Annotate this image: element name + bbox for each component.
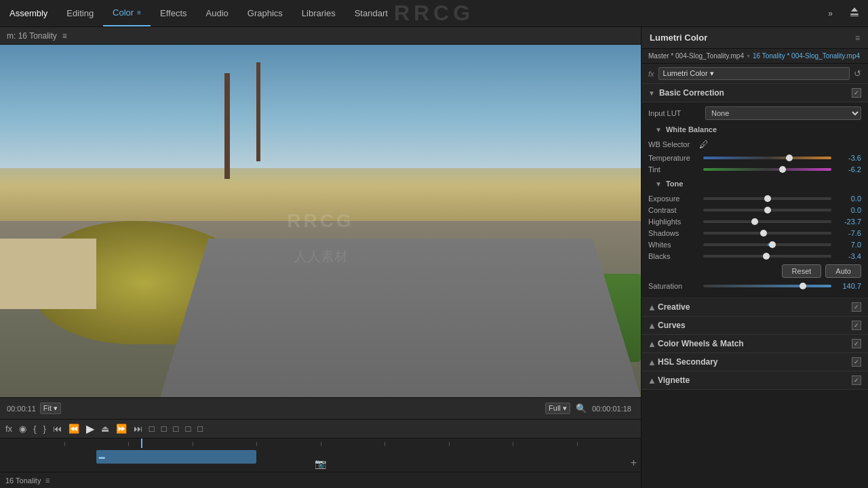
highlights-value: -23.7 — [835, 218, 861, 226]
nav-editing[interactable]: Editing — [57, 0, 103, 26]
basic-correction-title: Basic Correction — [659, 88, 852, 98]
curves-checkbox[interactable]: ✓ — [852, 321, 861, 330]
breadcrumb: m: 16 Tonality ≡ — [0, 27, 641, 45]
ruler-tick — [256, 442, 257, 446]
whites-slider[interactable] — [703, 243, 831, 246]
creative-checkbox[interactable]: ✓ — [852, 302, 861, 312]
exposure-slider[interactable] — [703, 197, 831, 200]
magnify-icon[interactable]: 🔍 — [574, 403, 588, 413]
track-menu-icon[interactable]: ≡ — [45, 476, 50, 485]
insert-icon[interactable]: □ — [149, 424, 155, 434]
ruler-tick — [64, 442, 65, 446]
blacks-thumb[interactable] — [763, 253, 770, 260]
reset-button[interactable]: Reset — [782, 264, 822, 278]
slip-icon[interactable]: □ — [197, 424, 203, 434]
next-frame-icon[interactable]: ⏩ — [116, 424, 127, 434]
hsl-section-header[interactable]: ▶ HSL Secondary ✓ — [642, 353, 868, 371]
overwrite-icon[interactable]: □ — [161, 424, 167, 434]
lumetri-menu-icon[interactable]: ≡ — [855, 33, 860, 43]
auto-button[interactable]: Auto — [825, 264, 861, 278]
add-track-button[interactable]: + — [631, 457, 637, 469]
creative-section-header[interactable]: ▶ Creative ✓ — [642, 298, 868, 317]
shadows-slider[interactable] — [703, 232, 831, 235]
hsl-arrow: ▶ — [648, 359, 655, 365]
nav-effects[interactable]: Effects — [151, 0, 197, 26]
saturation-value: 140.7 — [835, 282, 861, 290]
nav-assembly[interactable]: Assembly — [0, 0, 57, 26]
tint-label: Tint — [648, 165, 699, 174]
basic-correction-checkbox[interactable]: ✓ — [852, 88, 861, 98]
ripple-icon[interactable]: □ — [185, 424, 191, 434]
tint-slider[interactable] — [703, 168, 831, 171]
effect-select[interactable]: Lumetri Color ▾ — [658, 67, 850, 80]
nav-libraries[interactable]: Libraries — [292, 0, 345, 26]
play-icon[interactable]: ▶ — [86, 422, 94, 435]
lumetri-title: Lumetri Color — [650, 33, 851, 43]
exposure-thumb[interactable] — [764, 195, 771, 202]
main-area: m: 16 Tonality ≡ RRCG 人人素材 00:00:11 Fit — [0, 27, 868, 488]
color-wheels-title: Color Wheels & Match — [658, 339, 852, 348]
svg-rect-0 — [850, 14, 859, 15]
marker-icon[interactable]: ◉ — [19, 424, 26, 434]
in-point-icon[interactable]: { — [33, 424, 36, 434]
saturation-slider[interactable] — [703, 285, 831, 287]
export-button[interactable] — [841, 7, 868, 20]
temperature-slider[interactable] — [703, 157, 831, 159]
timeline-clip[interactable]: ▬ — [96, 450, 256, 464]
highlights-thumb[interactable] — [751, 218, 758, 225]
contrast-slider[interactable] — [703, 209, 831, 211]
saturation-thumb[interactable] — [800, 283, 806, 289]
input-lut-select[interactable]: None — [705, 106, 861, 120]
breadcrumb-menu-icon[interactable]: ≡ — [62, 31, 67, 41]
nav-audio[interactable]: Audio — [197, 0, 238, 26]
camera-icon[interactable]: 📷 — [315, 458, 326, 469]
basic-correction-header[interactable]: ▼ Basic Correction ✓ — [642, 84, 868, 102]
white-balance-header[interactable]: ▼ White Balance — [648, 123, 861, 136]
lift-icon[interactable]: ⏏ — [101, 424, 109, 434]
quality-select[interactable]: Full ▾ — [545, 403, 570, 414]
vignette-title: Vignette — [658, 375, 852, 385]
color-wheels-checkbox[interactable]: ✓ — [852, 339, 861, 348]
palm-tree-2 — [256, 62, 260, 161]
curves-section-header[interactable]: ▶ Curves ✓ — [642, 317, 868, 335]
hsl-checkbox[interactable]: ✓ — [852, 357, 861, 367]
shadows-thumb[interactable] — [760, 230, 767, 237]
nav-color[interactable]: Color ≡ — [103, 0, 151, 26]
contrast-thumb[interactable] — [764, 207, 771, 214]
go-end-icon[interactable]: ⏭ — [134, 424, 142, 434]
fit-select[interactable]: Fit ▾ — [40, 403, 61, 414]
blacks-slider[interactable] — [703, 255, 831, 258]
whites-thumb[interactable] — [769, 241, 776, 248]
vignette-checkbox[interactable]: ✓ — [852, 375, 861, 385]
color-wheels-section-header[interactable]: ▶ Color Wheels & Match ✓ — [642, 335, 868, 353]
nav-standart[interactable]: Standart — [345, 0, 397, 26]
temperature-thumb[interactable] — [786, 155, 793, 161]
prev-frame-icon[interactable]: ⏪ — [68, 424, 79, 434]
tint-thumb[interactable] — [779, 166, 786, 173]
exposure-label: Exposure — [648, 195, 699, 203]
highlights-slider[interactable] — [703, 220, 831, 223]
temperature-label: Temperature — [648, 154, 699, 162]
blacks-label: Blacks — [648, 252, 699, 260]
ruler-tick — [321, 442, 321, 446]
white-balance-title: White Balance — [666, 125, 717, 134]
eyedropper-icon[interactable]: 🖊 — [699, 139, 709, 150]
nav-more-button[interactable]: » — [820, 9, 841, 18]
fx-row: fx Lumetri Color ▾ ↺ — [642, 64, 868, 84]
vignette-section-header[interactable]: ▶ Vignette ✓ — [642, 371, 868, 390]
playhead[interactable] — [141, 439, 142, 448]
fx-icon[interactable]: fx — [5, 424, 12, 434]
nav-graphics[interactable]: Graphics — [238, 0, 292, 26]
go-start-icon[interactable]: ⏮ — [53, 424, 62, 434]
fx-reset-icon[interactable]: ↺ — [854, 68, 861, 79]
input-lut-row: Input LUT None — [648, 106, 861, 120]
timeline-clip-area[interactable]: ▬ 📷 + — [0, 448, 641, 472]
out-point-icon[interactable]: } — [43, 424, 45, 434]
preview-bg — [0, 45, 641, 397]
replace-icon[interactable]: □ — [174, 424, 179, 434]
active-file-name[interactable]: 16 Tonality * 004-Slog_Tonality.mp4 — [753, 52, 860, 60]
tone-header[interactable]: ▼ Tone — [648, 177, 861, 192]
tone-title: Tone — [666, 180, 683, 188]
color-menu-icon[interactable]: ≡ — [137, 9, 141, 16]
bush — [32, 221, 256, 344]
